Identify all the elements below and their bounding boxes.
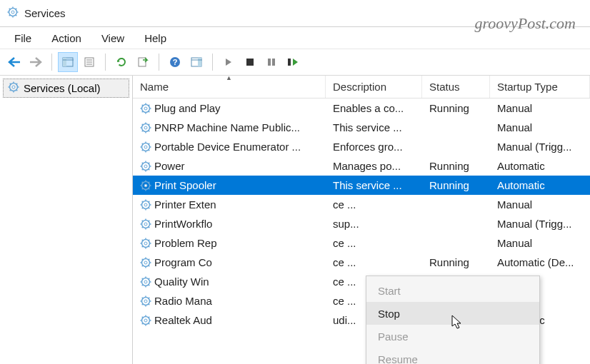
watermark: groovyPost.com — [474, 14, 576, 33]
service-description: ce ... — [326, 256, 422, 268]
gear-icon — [140, 257, 151, 268]
table-row[interactable]: PrintWorkflosup...Manual (Trigg... — [133, 214, 590, 233]
service-name: Radio Mana — [154, 295, 212, 307]
toolbar-separator — [105, 54, 106, 71]
service-description: This service ... — [326, 121, 422, 133]
service-status: Running — [422, 179, 490, 191]
svg-rect-24 — [268, 59, 271, 66]
service-startup: Manual — [490, 237, 590, 249]
service-description: Manages po... — [326, 160, 422, 172]
restart-button[interactable] — [283, 52, 303, 72]
service-name: PNRP Machine Name Public... — [154, 121, 300, 133]
menu-file[interactable]: File — [6, 29, 40, 47]
gear-icon — [140, 103, 151, 114]
toolbar-separator — [51, 54, 52, 71]
window-title: Services — [24, 7, 66, 19]
list-pane: ▲ Name Description Status Startup Type P… — [133, 76, 590, 364]
table-row[interactable]: Program Coce ...RunningAutomatic (De... — [133, 253, 590, 272]
forward-button[interactable] — [26, 52, 46, 72]
service-status: Running — [422, 160, 490, 172]
show-hide-action-button[interactable] — [186, 52, 206, 72]
service-startup: Manual (Trigg... — [490, 141, 590, 153]
gear-icon — [8, 81, 19, 95]
column-header-name[interactable]: ▲ Name — [133, 76, 326, 98]
tree-pane: Services (Local) — [0, 76, 133, 364]
service-startup: Manual — [490, 102, 590, 114]
service-status: Running — [422, 102, 490, 114]
service-name: Problem Rep — [154, 237, 217, 249]
gear-icon — [140, 295, 151, 307]
help-button[interactable]: ? — [165, 52, 185, 72]
service-description: Enables a co... — [326, 102, 422, 114]
service-name: Power — [154, 160, 185, 172]
gear-icon — [140, 315, 151, 326]
stop-button[interactable] — [240, 52, 260, 72]
service-status: Running — [422, 256, 490, 268]
service-startup: Manual — [490, 198, 590, 211]
gear-icon — [140, 199, 151, 211]
svg-text:?: ? — [173, 58, 178, 66]
service-startup: Manual (Trigg... — [490, 218, 590, 230]
service-startup: Automatic — [490, 160, 590, 172]
context-menu-resume[interactable]: Resume — [366, 348, 539, 364]
gear-icon — [140, 161, 151, 172]
gear-icon — [140, 238, 151, 249]
gear-icon — [140, 218, 151, 230]
toolbar-separator — [212, 54, 213, 71]
table-row[interactable]: Plug and PlayEnables a co...RunningManua… — [133, 98, 590, 118]
table-row[interactable]: Print SpoolerThis service ...RunningAuto… — [133, 176, 590, 195]
sort-arrow-icon: ▲ — [226, 76, 232, 81]
service-name: Plug and Play — [154, 102, 221, 114]
app-icon — [7, 6, 19, 21]
column-header-startup[interactable]: Startup Type — [490, 76, 590, 98]
svg-rect-23 — [246, 59, 254, 66]
pause-button[interactable] — [261, 52, 281, 72]
service-startup: Automatic — [490, 179, 590, 191]
column-header-description[interactable]: Description — [326, 76, 422, 98]
service-description: Enforces gro... — [326, 141, 422, 153]
gear-icon — [140, 276, 151, 288]
service-name: Quality Win — [154, 275, 209, 288]
svg-rect-17 — [139, 58, 146, 66]
table-row[interactable]: PNRP Machine Name Public...This service … — [133, 118, 590, 137]
service-name: Printer Exten — [154, 198, 216, 211]
service-name: Portable Device Enumerator ... — [154, 141, 301, 153]
table-row[interactable]: Portable Device Enumerator ...Enforces g… — [133, 137, 590, 156]
context-menu-start[interactable]: Start — [366, 279, 539, 302]
svg-rect-11 — [63, 58, 66, 66]
tree-node-services-local[interactable]: Services (Local) — [3, 79, 129, 98]
service-description: ce ... — [326, 198, 422, 211]
toolbar: ? — [0, 49, 590, 76]
context-menu-pause[interactable]: Pause — [366, 325, 539, 348]
gear-icon — [140, 141, 151, 153]
gear-icon — [140, 180, 151, 191]
export-button[interactable] — [133, 52, 153, 72]
service-startup: Manual — [490, 121, 590, 133]
service-description: sup... — [326, 218, 422, 230]
play-button[interactable] — [219, 52, 239, 72]
properties-button[interactable] — [79, 52, 99, 72]
list-header: ▲ Name Description Status Startup Type — [133, 76, 590, 98]
context-menu: Start Stop Pause Resume Restart All Task… — [366, 275, 540, 364]
context-menu-stop[interactable]: Stop — [366, 302, 539, 325]
table-row[interactable]: Problem Repce ...Manual — [133, 233, 590, 253]
gear-icon — [140, 122, 151, 133]
table-row[interactable]: PowerManages po...RunningAutomatic — [133, 156, 590, 176]
refresh-button[interactable] — [111, 52, 131, 72]
toolbar-separator — [159, 54, 159, 71]
menu-help[interactable]: Help — [136, 29, 175, 47]
service-name: Program Co — [154, 256, 212, 268]
show-hide-tree-button[interactable] — [58, 52, 78, 72]
column-header-status[interactable]: Status — [422, 76, 490, 98]
menu-view[interactable]: View — [93, 29, 133, 47]
svg-rect-21 — [198, 58, 201, 66]
service-name: PrintWorkflo — [154, 218, 212, 230]
svg-rect-25 — [272, 59, 275, 66]
table-row[interactable]: Printer Extence ...Manual — [133, 195, 590, 214]
service-description: This service ... — [326, 179, 422, 191]
service-name: Print Spooler — [154, 179, 216, 191]
back-button[interactable] — [4, 52, 24, 72]
menu-action[interactable]: Action — [43, 29, 90, 47]
service-description: ce ... — [326, 237, 422, 249]
service-name: Realtek Aud — [154, 314, 212, 326]
